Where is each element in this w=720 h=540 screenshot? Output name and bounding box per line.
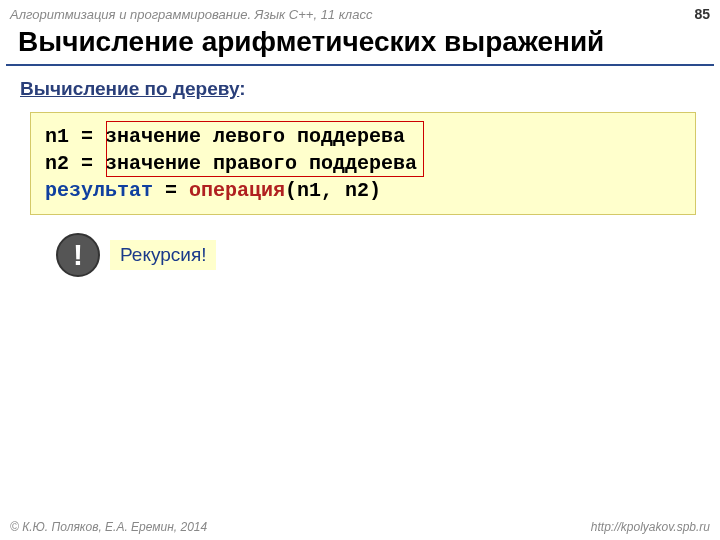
page-number: 85 — [694, 6, 710, 22]
code-text: = — [153, 179, 189, 202]
code-line-3: результат = операция(n1, n2) — [45, 177, 681, 204]
copyright: © К.Ю. Поляков, Е.А. Еремин, 2014 — [10, 520, 207, 534]
url-text: http://kpolyakov.spb.ru — [591, 520, 710, 534]
subtitle-colon: : — [239, 78, 245, 99]
code-block: n1 = значение левого поддерева n2 = знач… — [30, 112, 696, 215]
highlight-box — [106, 121, 424, 177]
exclamation-icon: ! — [56, 233, 100, 277]
footer: © К.Ю. Поляков, Е.А. Еремин, 2014 http:/… — [0, 520, 720, 534]
section-subtitle: Вычисление по дереву: — [0, 66, 720, 108]
header-bar: Алгоритмизация и программирование. Язык … — [0, 0, 720, 24]
exclamation-mark: ! — [73, 240, 83, 270]
subtitle-text: Вычисление по дереву — [20, 78, 239, 99]
callout-text: Рекурсия! — [110, 240, 216, 270]
result-keyword: результат — [45, 179, 153, 202]
code-text: (n1, n2) — [285, 179, 381, 202]
code-text: n2 = — [45, 152, 105, 175]
course-label: Алгоритмизация и программирование. Язык … — [10, 7, 372, 22]
page-title: Вычисление арифметических выражений — [6, 24, 714, 66]
operation-keyword: операция — [189, 179, 285, 202]
slide: Алгоритмизация и программирование. Язык … — [0, 0, 720, 540]
recursion-callout: ! Рекурсия! — [56, 233, 720, 277]
code-text: n1 = — [45, 125, 105, 148]
